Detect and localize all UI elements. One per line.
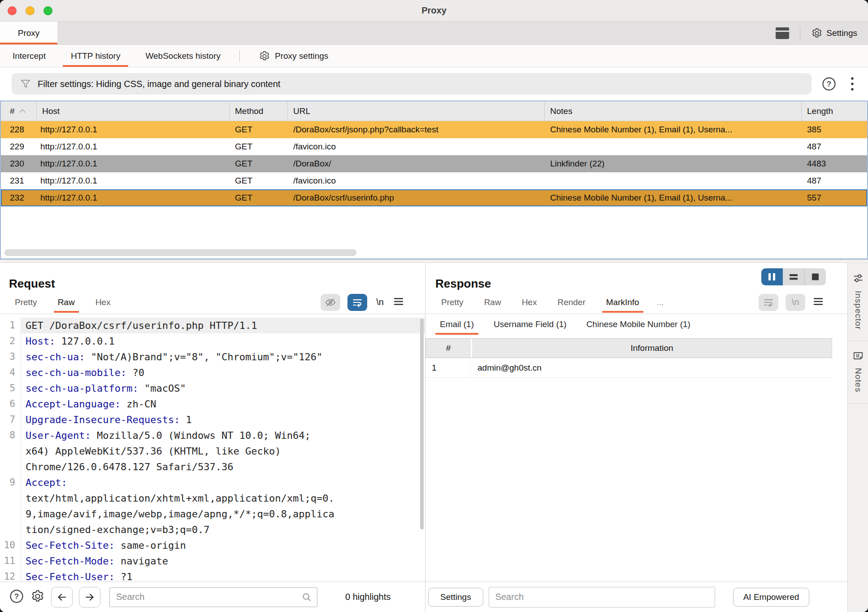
arrow-right-icon	[84, 592, 95, 603]
panel-splitter[interactable]	[0, 259, 868, 263]
response-search-box	[489, 587, 715, 608]
split-view-button[interactable]	[783, 268, 804, 285]
tab-request-hex[interactable]: Hex	[85, 291, 121, 314]
code-line: tion/signed-exchange;v=b3;q=0.7	[0, 522, 425, 538]
column-header-host[interactable]: Host	[37, 101, 230, 121]
intercept-state-control	[761, 268, 826, 285]
settings-label: Settings	[826, 28, 857, 38]
code-line: 8User-Agent: Mozilla/5.0 (Windows NT 10.…	[0, 428, 425, 443]
tab-response-pretty[interactable]: Pretty	[431, 291, 474, 314]
tab-response-more[interactable]: ...	[650, 291, 671, 314]
stop-button[interactable]	[804, 268, 826, 285]
show-newlines-button[interactable]: \n	[786, 294, 805, 311]
table-row[interactable]: 229 http://127.0.0.1 GET /favicon.ico 48…	[1, 138, 867, 155]
inspector-sliders-icon	[852, 272, 864, 284]
table-row[interactable]: 231 http://127.0.0.1 GET /favicon.ico 48…	[1, 172, 867, 189]
kebab-menu-icon[interactable]	[850, 76, 855, 92]
pause-icon	[767, 272, 777, 281]
tab-request-raw[interactable]: Raw	[48, 291, 85, 314]
tab-response-hex[interactable]: Hex	[512, 291, 547, 314]
help-icon[interactable]: ?	[821, 76, 837, 92]
column-header-notes[interactable]: Notes	[545, 101, 802, 121]
settings-button[interactable]: Settings	[811, 27, 857, 39]
help-icon[interactable]: ?	[9, 589, 24, 606]
column-header-num[interactable]: #	[1, 101, 37, 121]
response-toolbar: Settings AI Empowered	[425, 581, 847, 612]
svg-text:?: ?	[827, 80, 831, 88]
previous-match-button[interactable]	[51, 587, 73, 608]
tab-inspector[interactable]: Inspector	[848, 263, 868, 341]
divider	[239, 50, 240, 62]
search-input[interactable]	[109, 587, 317, 607]
code-line: text/html,application/xhtml+xml,applicat…	[0, 490, 425, 506]
word-wrap-button[interactable]	[347, 294, 367, 311]
word-wrap-button[interactable]	[759, 294, 778, 311]
code-line: 5sec-ch-ua-platform: "macOS"	[0, 380, 425, 396]
tab-http-history[interactable]: HTTP history	[58, 45, 133, 67]
main-tab-bar: Proxy Settings	[0, 22, 868, 45]
word-wrap-icon	[763, 297, 774, 308]
response-title: Response	[435, 277, 491, 291]
column-header-url[interactable]: URL	[288, 101, 545, 121]
filter-settings-bar[interactable]: Filter settings: Hiding CSS, image and g…	[12, 73, 812, 95]
request-title: Request	[9, 277, 55, 291]
tab-response-raw[interactable]: Raw	[474, 291, 512, 314]
column-header-method[interactable]: Method	[230, 101, 288, 121]
tab-email[interactable]: Email (1)	[430, 314, 484, 335]
highlights-count: 0 highlights	[345, 592, 391, 602]
column-header-num[interactable]: #	[426, 339, 471, 358]
request-panel: Request Pretty Raw Hex \n	[0, 263, 425, 612]
show-newlines-button[interactable]: \n	[374, 297, 386, 307]
code-line: 9Accept:	[0, 475, 425, 490]
table-row[interactable]: 1 admin@gh0st.cn	[425, 358, 832, 378]
code-line: 3sec-ch-ua: "Not/A)Brand";v="8", "Chromi…	[0, 349, 425, 365]
pause-button[interactable]	[761, 268, 783, 285]
code-line: 7Upgrade-Insecure-Requests: 1	[0, 412, 425, 428]
hide-highlights-button[interactable]	[321, 294, 340, 311]
column-header-information[interactable]: Information	[472, 339, 832, 358]
markinfo-table: # Information 1 admin@gh0st.cn	[425, 335, 847, 581]
tab-proxy[interactable]: Proxy	[0, 22, 57, 44]
tab-websockets-history[interactable]: WebSockets history	[133, 45, 233, 67]
code-line: 10Sec-Fetch-Site: same-origin	[0, 538, 425, 553]
code-line: 2Host: 127.0.0.1	[0, 333, 425, 349]
tab-intercept[interactable]: Intercept	[0, 45, 58, 67]
svg-text:?: ?	[14, 592, 19, 601]
search-input[interactable]	[489, 587, 715, 608]
tab-chinese-mobile-number[interactable]: Chinese Mobile Number (1)	[577, 314, 700, 335]
table-empty-area	[1, 206, 867, 249]
table-row[interactable]: 228 http://127.0.0.1 GET /DoraBox/csrf/j…	[1, 121, 867, 138]
request-view-tabs: Pretty Raw Hex \n	[0, 291, 425, 314]
markinfo-category-tabs: Email (1) Username Field (1) Chinese Mob…	[425, 314, 847, 335]
tab-response-render[interactable]: Render	[547, 291, 595, 314]
editor-menu-button[interactable]	[812, 296, 824, 309]
proxy-window: Proxy Proxy Settings Intercept HTTP hist…	[0, 0, 868, 612]
gear-icon	[259, 50, 270, 62]
tab-proxy-settings[interactable]: Proxy settings	[246, 45, 341, 67]
table-row-selected[interactable]: 232 http://127.0.0.1 GET /DoraBox/csrf/u…	[1, 189, 867, 206]
table-row[interactable]: 230 http://127.0.0.1 GET /DoraBox/ Linkf…	[1, 155, 867, 172]
request-editor[interactable]: 1GET /DoraBox/csrf/userinfo.php HTTP/1.1…	[0, 314, 425, 581]
request-search-toolbar: ? 0 highlights	[0, 581, 425, 612]
hamburger-icon	[812, 296, 824, 307]
eye-off-icon	[325, 297, 336, 308]
column-header-length[interactable]: Length	[802, 101, 867, 121]
layout-icon[interactable]	[776, 27, 789, 39]
sidebar-filler	[848, 404, 868, 612]
code-line: 4sec-ch-ua-mobile: ?0	[0, 365, 425, 380]
scrollbar-thumb[interactable]	[420, 319, 424, 529]
word-wrap-icon	[352, 297, 363, 308]
tab-request-pretty[interactable]: Pretty	[4, 291, 48, 314]
message-editor-area: Request Pretty Raw Hex \n	[0, 263, 868, 612]
tab-username-field[interactable]: Username Field (1)	[484, 314, 577, 335]
markinfo-settings-button[interactable]: Settings	[428, 588, 483, 607]
search-settings-gear-icon[interactable]	[30, 589, 45, 605]
ai-empowered-button[interactable]: AI Empowered	[733, 588, 810, 607]
editor-menu-button[interactable]	[393, 296, 404, 309]
filter-row: Filter settings: Hiding CSS, image and g…	[0, 67, 868, 101]
scrollbar-thumb[interactable]	[4, 249, 356, 256]
code-line: 12Sec-Fetch-User: ?1	[0, 569, 425, 581]
tab-response-markinfo[interactable]: MarkInfo	[596, 291, 650, 314]
tab-notes[interactable]: Notes	[848, 341, 868, 404]
next-match-button[interactable]	[79, 587, 100, 608]
